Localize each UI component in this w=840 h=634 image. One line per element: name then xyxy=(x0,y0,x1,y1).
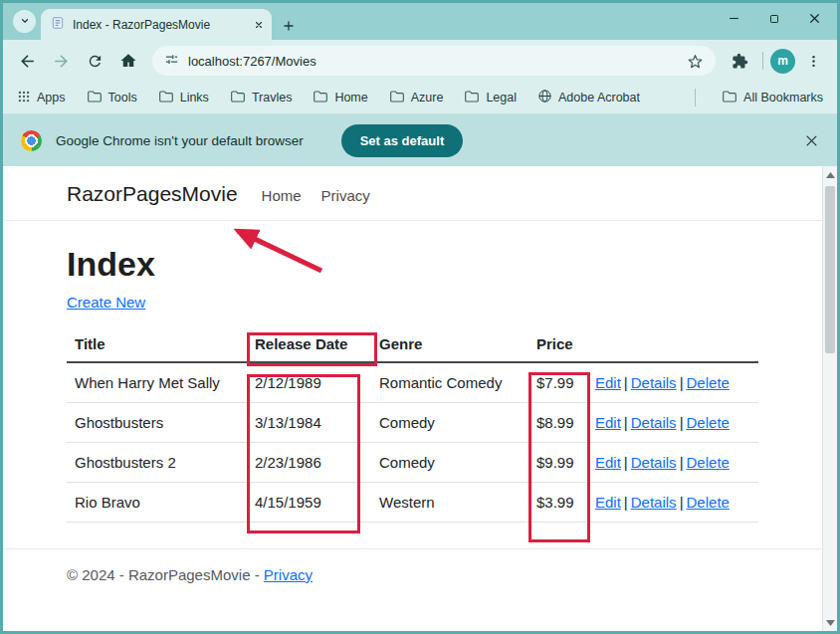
cell-title: Ghostbusters xyxy=(67,403,247,443)
globe-icon xyxy=(537,89,552,106)
menu-icon[interactable] xyxy=(797,45,829,77)
column-header-release-date: Release Date xyxy=(247,326,371,362)
details-link[interactable]: Details xyxy=(631,414,677,431)
bookmark-label: Adobe Acrobat xyxy=(558,91,640,105)
forward-button[interactable] xyxy=(45,45,77,77)
action-separator: | xyxy=(624,454,628,471)
scrollbar-thumb[interactable] xyxy=(825,186,835,353)
nav-home-link[interactable]: Home xyxy=(262,187,302,204)
edit-link[interactable]: Edit xyxy=(595,454,621,471)
close-button[interactable] xyxy=(808,12,821,25)
page-content: RazorPagesMovie Home Privacy Index Creat… xyxy=(3,166,822,631)
action-separator: | xyxy=(680,454,684,471)
browser-tab[interactable]: Index - RazorPagesMovie xyxy=(41,9,272,40)
table-row: Ghostbusters 2 2/23/1986 Comedy $9.99 Ed… xyxy=(67,443,758,483)
movies-table: Title Release Date Genre Price When Harr… xyxy=(67,326,758,523)
bookmark-label: Links xyxy=(180,91,209,105)
page-scrollbar[interactable] xyxy=(822,166,837,631)
folder-icon xyxy=(464,90,480,106)
delete-link[interactable]: Delete xyxy=(687,374,730,391)
create-new-link[interactable]: Create New xyxy=(67,294,145,311)
bookmark-legal[interactable]: Legal xyxy=(464,90,517,106)
delete-link[interactable]: Delete xyxy=(687,494,730,511)
details-link[interactable]: Details xyxy=(631,374,677,391)
address-bar[interactable]: localhost:7267/Movies xyxy=(152,46,716,76)
maximize-button[interactable] xyxy=(768,13,780,25)
toolbar-divider xyxy=(762,52,763,70)
new-tab-button[interactable] xyxy=(282,19,296,33)
edit-link[interactable]: Edit xyxy=(595,414,621,431)
chrome-window: { "browser": { "tab_title": "Index - Raz… xyxy=(0,0,840,634)
profile-avatar[interactable]: m xyxy=(770,49,795,74)
bookmark-azure[interactable]: Azure xyxy=(389,90,444,106)
cell-release-date: 2/12/1989 xyxy=(247,362,371,403)
action-separator: | xyxy=(680,494,684,511)
folder-icon xyxy=(158,90,174,106)
bookmark-travles[interactable]: Travles xyxy=(230,90,293,106)
bookmark-links[interactable]: Links xyxy=(158,90,209,106)
bookmark-adobe-acrobat[interactable]: Adobe Acrobat xyxy=(537,89,640,106)
reload-button[interactable] xyxy=(79,45,110,77)
cell-release-date: 4/15/1959 xyxy=(247,483,371,523)
scroll-down-icon[interactable] xyxy=(823,615,837,630)
cell-actions: Edit|Details|Delete xyxy=(587,362,758,403)
home-button[interactable] xyxy=(112,45,144,77)
delete-link[interactable]: Delete xyxy=(687,414,730,431)
minimize-button[interactable] xyxy=(728,12,740,25)
cell-price: $9.99 xyxy=(528,443,587,483)
cell-release-date: 3/13/1984 xyxy=(247,403,371,443)
action-separator: | xyxy=(624,374,628,391)
set-as-default-button[interactable]: Set as default xyxy=(341,124,464,157)
nav-privacy-link[interactable]: Privacy xyxy=(321,187,370,204)
table-header-row: Title Release Date Genre Price xyxy=(67,326,758,362)
tab-search-button[interactable] xyxy=(13,10,36,33)
cell-genre: Comedy xyxy=(371,443,528,483)
window-controls xyxy=(728,12,821,25)
folder-icon xyxy=(230,90,246,106)
chrome-logo-icon xyxy=(21,130,42,151)
brand-link[interactable]: RazorPagesMovie xyxy=(67,182,238,206)
back-button[interactable] xyxy=(11,45,43,77)
cell-genre: Western xyxy=(371,483,528,523)
column-header-actions xyxy=(587,326,758,362)
bookmark-apps[interactable]: Apps xyxy=(17,90,66,106)
cell-title: When Harry Met Sally xyxy=(67,362,247,403)
details-link[interactable]: Details xyxy=(631,494,677,511)
footer-privacy-link[interactable]: Privacy xyxy=(264,566,313,583)
action-separator: | xyxy=(680,374,684,391)
chevron-down-icon xyxy=(19,13,31,31)
bookmark-star-icon[interactable] xyxy=(687,53,704,70)
column-header-genre: Genre xyxy=(371,326,528,362)
bookmark-home[interactable]: Home xyxy=(313,90,367,106)
cell-title: Rio Bravo xyxy=(67,483,247,523)
cell-release-date: 2/23/1986 xyxy=(247,443,371,483)
edit-link[interactable]: Edit xyxy=(595,494,621,511)
edit-link[interactable]: Edit xyxy=(595,374,621,391)
site-settings-icon[interactable] xyxy=(164,52,179,71)
url-text[interactable]: localhost:7267/Movies xyxy=(188,54,678,69)
cell-price: $8.99 xyxy=(528,403,587,443)
bookmark-tools[interactable]: Tools xyxy=(87,90,137,106)
cell-price: $7.99 xyxy=(528,362,587,403)
page-title: Index xyxy=(67,245,758,284)
folder-icon xyxy=(313,90,328,106)
delete-link[interactable]: Delete xyxy=(687,454,730,471)
table-row: When Harry Met Sally 2/12/1989 Romantic … xyxy=(67,362,758,403)
scroll-up-icon[interactable] xyxy=(823,167,837,182)
banner-close-icon[interactable] xyxy=(804,133,819,148)
details-link[interactable]: Details xyxy=(631,454,677,471)
table-row: Ghostbusters 3/13/1984 Comedy $8.99 Edit… xyxy=(67,403,758,443)
folder-icon xyxy=(722,90,737,106)
extensions-icon[interactable] xyxy=(724,45,755,77)
tab-close-icon[interactable] xyxy=(254,20,264,30)
all-bookmarks[interactable]: All Bookmarks xyxy=(722,90,823,106)
browser-toolbar: localhost:7267/Movies m xyxy=(3,40,837,82)
web-page: RazorPagesMovie Home Privacy Index Creat… xyxy=(3,166,837,631)
action-separator: | xyxy=(680,414,684,431)
bookmarks-bar: Apps Tools Links Travles Home Azure Lega… xyxy=(3,82,837,114)
bookmark-label: Legal xyxy=(486,91,517,105)
site-footer: © 2024 - RazorPagesMovie - Privacy xyxy=(3,548,822,600)
action-separator: | xyxy=(624,414,628,431)
action-separator: | xyxy=(624,494,628,511)
bookmarks-divider xyxy=(695,89,696,106)
